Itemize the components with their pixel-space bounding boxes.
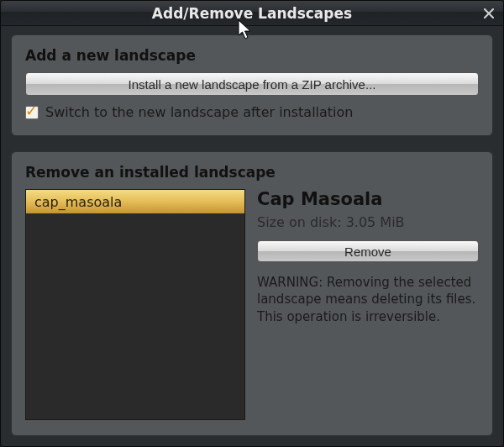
close-icon xyxy=(483,8,495,19)
selected-landscape-size: Size on disk: 3.05 MiB xyxy=(257,214,479,230)
selected-landscape-title: Cap Masoala xyxy=(257,189,479,209)
switch-checkbox-row: ✓ Switch to the new landscape after inst… xyxy=(25,104,479,120)
remove-landscape-heading: Remove an installed landscape xyxy=(25,164,479,181)
list-item-label: cap_masoala xyxy=(34,194,122,210)
switch-checkbox[interactable]: ✓ xyxy=(25,106,39,119)
add-landscape-heading: Add a new landscape xyxy=(25,47,479,64)
remove-grid: cap_masoala Cap Masoala Size on disk: 3.… xyxy=(25,189,479,420)
check-icon: ✓ xyxy=(25,103,38,118)
window-title: Add/Remove Landscapes xyxy=(152,5,352,22)
dialog-window: Add/Remove Landscapes Add a new landscap… xyxy=(0,0,504,447)
install-button-label: Install a new landscape from a ZIP archi… xyxy=(129,77,376,92)
remove-button-label: Remove xyxy=(344,245,391,259)
remove-warning-text: WARNING: Removing the selected landscape… xyxy=(257,274,479,325)
landscape-detail: Cap Masoala Size on disk: 3.05 MiB Remov… xyxy=(257,189,479,420)
close-button[interactable] xyxy=(480,4,498,23)
titlebar: Add/Remove Landscapes xyxy=(1,1,503,26)
remove-button[interactable]: Remove xyxy=(257,240,479,262)
remove-landscape-panel: Remove an installed landscape cap_masoal… xyxy=(11,151,493,436)
list-item[interactable]: cap_masoala xyxy=(26,190,244,213)
switch-checkbox-label: Switch to the new landscape after instal… xyxy=(45,104,353,120)
landscape-list[interactable]: cap_masoala xyxy=(25,189,245,420)
add-landscape-panel: Add a new landscape Install a new landsc… xyxy=(11,34,493,136)
dialog-body: Add a new landscape Install a new landsc… xyxy=(1,26,503,446)
install-from-zip-button[interactable]: Install a new landscape from a ZIP archi… xyxy=(25,72,479,96)
